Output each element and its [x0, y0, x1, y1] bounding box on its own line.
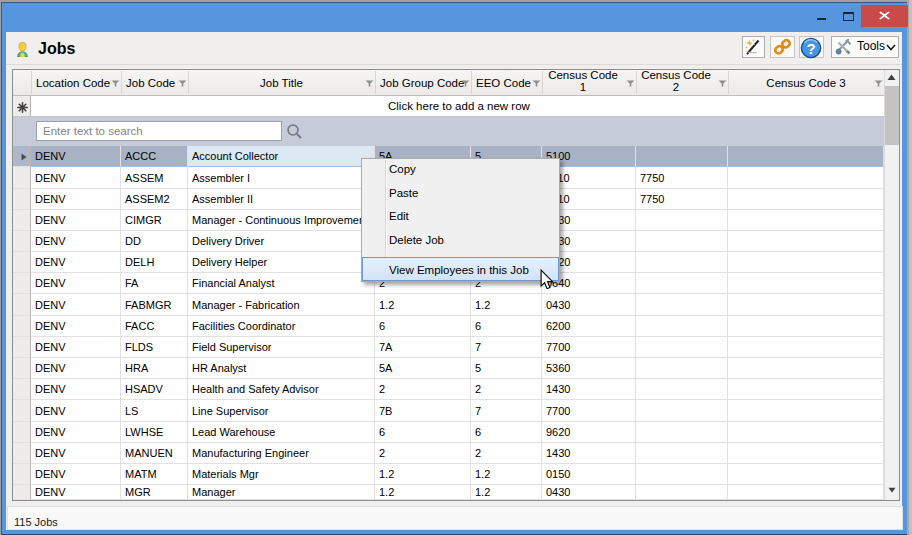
svg-text:?: ? — [806, 40, 815, 57]
